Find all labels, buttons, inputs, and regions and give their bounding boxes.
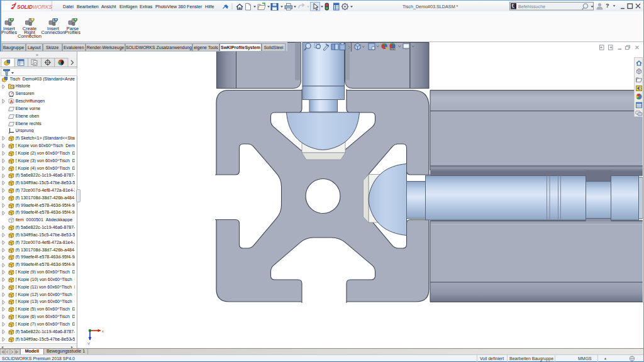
- svg-text:x: x: [102, 329, 104, 333]
- svg-text:A: A: [9, 99, 13, 104]
- svg-text:Y: Y: [87, 342, 90, 346]
